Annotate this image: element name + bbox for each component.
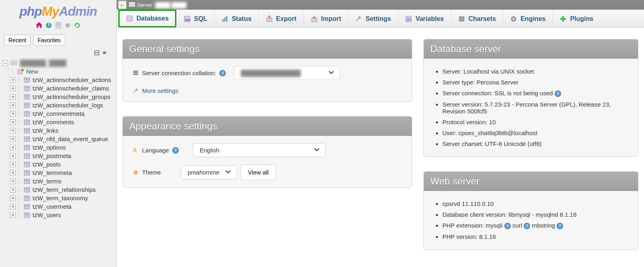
tree-table[interactable]: +tzW_posts (10, 160, 115, 168)
plus-icon[interactable]: + (10, 119, 16, 125)
import-icon (311, 15, 318, 23)
logo[interactable]: phpMyAdmin (0, 0, 116, 21)
plus-icon[interactable]: + (10, 103, 16, 108)
plus-icon[interactable]: + (10, 204, 16, 209)
tab-variables[interactable]: $vVariables (398, 10, 450, 27)
help-icon[interactable]: ? (524, 223, 530, 229)
tab-engines[interactable]: Engines (503, 10, 552, 27)
tree-table[interactable]: +tzW_nfd_data_event_queue (10, 135, 115, 143)
plus-icon[interactable]: + (10, 94, 16, 100)
logout-icon[interactable] (45, 22, 52, 29)
plus-icon[interactable]: + (10, 136, 16, 142)
tab-label: Status (232, 15, 252, 23)
plus-icon[interactable]: + (10, 195, 16, 201)
server-label: Server: (137, 2, 154, 8)
plus-icon[interactable]: + (10, 86, 16, 91)
theme-select[interactable]: pmahomme (181, 165, 237, 179)
tree-table[interactable]: +tzW_actionscheduler_groups (10, 92, 115, 101)
plus-icon[interactable]: + (10, 128, 16, 134)
tree-table[interactable]: +tzW_postmeta (10, 152, 115, 160)
tree-table[interactable]: +tzW_term_relationships (10, 185, 115, 194)
plus-icon[interactable]: + (10, 77, 16, 83)
tree-table-label: tzW_actionscheduler_actions (32, 76, 111, 83)
docs-icon[interactable] (55, 22, 62, 29)
help-icon[interactable]: ? (172, 147, 179, 154)
tree-controls: ⊟⚭ (0, 47, 116, 58)
tree-table[interactable]: +tzW_actionscheduler_actions (10, 76, 115, 84)
back-arrow-icon[interactable]: ← (118, 1, 126, 9)
home-icon[interactable] (36, 22, 42, 29)
help-icon[interactable]: ? (504, 223, 511, 229)
tree-root[interactable]: − ██████_████ (2, 59, 115, 67)
plus-icon[interactable]: + (10, 162, 16, 167)
refresh-icon[interactable] (74, 22, 80, 29)
tab-plugins[interactable]: Plugins (553, 10, 600, 27)
tab-export[interactable]: Export (259, 10, 303, 27)
charsets-icon (458, 15, 465, 23)
collation-select[interactable]: ██████████████ (234, 66, 340, 80)
plus-icon[interactable]: + (10, 170, 16, 176)
language-select[interactable]: English (193, 143, 326, 157)
logo-my: My (42, 4, 59, 18)
table-icon (24, 77, 30, 83)
tree-table[interactable]: +tzW_options (10, 143, 115, 152)
list-item: Server version: 5.7.23-23 - Percona Serv… (442, 99, 628, 117)
panel-title: General settings (123, 39, 412, 59)
list-item: cpsrvd 11.110.0.10 (442, 198, 628, 209)
plus-icon[interactable]: + (10, 111, 16, 117)
tab-settings[interactable]: Settings (348, 10, 398, 27)
tree-new[interactable]: New (25, 68, 38, 75)
plus-icon[interactable]: + (10, 145, 16, 150)
help-icon[interactable]: ? (557, 223, 563, 229)
gear-icon[interactable] (64, 22, 71, 29)
tree-table[interactable]: +tzW_term_taxonomy (10, 194, 115, 202)
recent-button[interactable]: Recent (4, 35, 31, 46)
link-icon[interactable]: ⚭ (101, 49, 109, 57)
tree-root-label: ██████_████ (19, 60, 66, 66)
plus-icon[interactable]: + (10, 179, 16, 184)
tab-status[interactable]: Status (215, 10, 258, 27)
general-settings-panel: General settings Server connection colla… (122, 39, 412, 102)
favorites-button[interactable]: Favorites (33, 35, 65, 46)
table-icon (24, 212, 30, 218)
logo-php: php (19, 4, 42, 18)
db-tree: − ██████_████ ★New+tzW_actionscheduler_a… (0, 58, 116, 267)
web-server-panel: Web server cpsrvd 11.110.0.10Database cl… (423, 171, 638, 250)
language-icon (132, 147, 139, 154)
panel-title: Database server (424, 39, 638, 59)
tab-sql[interactable]: SQLSQL (177, 10, 214, 27)
view-all-button[interactable]: View all (240, 164, 276, 180)
tab-databases[interactable]: Databases (118, 10, 176, 27)
tree-table[interactable]: +tzW_actionscheduler_claims (10, 84, 115, 92)
collapse-icon[interactable]: ⊟ (94, 49, 101, 57)
help-icon[interactable]: ? (555, 90, 561, 97)
tab-label: Settings (365, 15, 391, 23)
plus-icon[interactable]: + (10, 212, 16, 218)
wrench-icon (132, 88, 139, 94)
tree-table[interactable]: +tzW_comments (10, 118, 115, 126)
svg-rect-64 (129, 2, 135, 4)
tab-import[interactable]: Import (304, 10, 348, 27)
tree-table[interactable]: +tzW_terms (10, 177, 115, 185)
tree-table[interactable]: +tzW_commentmeta (10, 109, 115, 118)
table-icon (24, 94, 30, 100)
more-settings-link[interactable]: More settings (142, 87, 178, 94)
table-icon (24, 119, 30, 125)
svg-rect-66 (127, 16, 132, 21)
tab-charsets[interactable]: Charsets (451, 10, 503, 27)
minus-icon[interactable]: − (2, 60, 8, 66)
plus-icon[interactable]: + (10, 153, 16, 159)
tree-table[interactable]: +tzW_termmeta (10, 168, 115, 177)
plus-icon[interactable]: + (10, 187, 16, 193)
svg-text:$v: $v (407, 17, 412, 21)
table-icon (24, 161, 30, 168)
tree-table-label: tzW_users (32, 212, 61, 218)
tree-table[interactable]: +tzW_users (10, 211, 115, 219)
svg-rect-2 (56, 23, 61, 28)
server-value: ████ ████ (155, 2, 186, 8)
help-icon[interactable]: ? (219, 70, 226, 76)
tree-table[interactable]: +tzW_usermeta (10, 202, 115, 211)
tree-table[interactable]: +tzW_actionscheduler_logs (10, 101, 115, 109)
table-icon (24, 203, 30, 210)
tree-table[interactable]: +tzW_links (10, 126, 115, 135)
